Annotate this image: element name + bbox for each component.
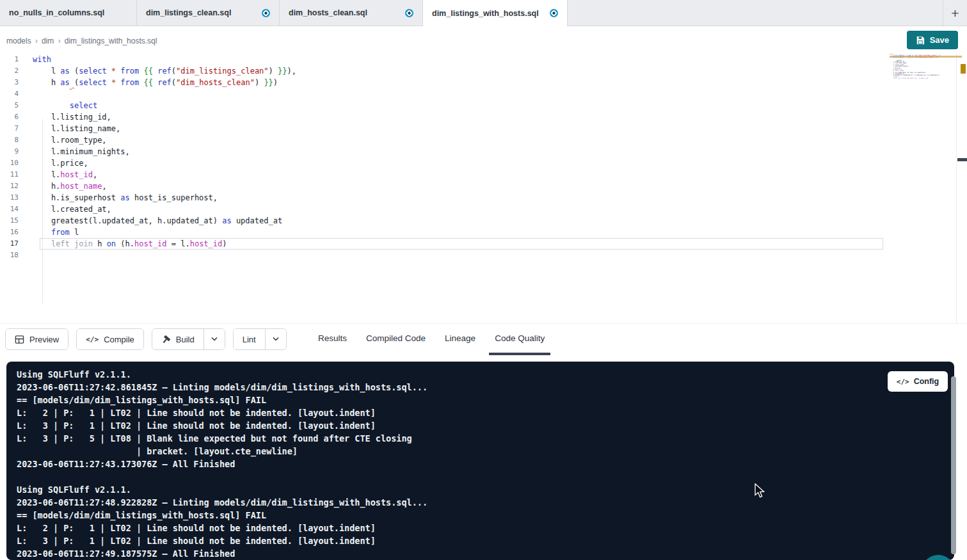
- code-line-10: 10 l.price,: [0, 157, 967, 169]
- line-number: 6: [0, 111, 19, 123]
- line-number: 2: [0, 65, 19, 77]
- file-tab-dim-hosts-clean-sql[interactable]: dim_hosts_clean.sql: [280, 0, 423, 26]
- unsaved-indicator-icon: [405, 9, 413, 17]
- code-line-7: 7 l.listing_name,: [0, 123, 967, 134]
- breadcrumb: models›dim›dim_listings_with_hosts.sql: [6, 36, 157, 45]
- code-line-12: 12 h.host_name,: [0, 180, 967, 192]
- code-line-14: 14 l.created_at,: [0, 204, 967, 215]
- tab-strip: no_nulls_in_columns.sqldim_listings_clea…: [0, 0, 568, 26]
- compile-button-label: Compile: [104, 335, 134, 344]
- code-line-6: 6 l.listing_id,: [0, 111, 967, 123]
- code-line-2: 2 l as (select * from {{ ref("dim_listin…: [0, 65, 967, 77]
- breadcrumb-separator: ›: [35, 36, 38, 45]
- terminal-output: Using SQLFluff v2.1.1.2023-06-06T11:27:4…: [17, 368, 954, 560]
- panel-tab-results[interactable]: Results: [318, 333, 347, 343]
- panel-tab-lineage[interactable]: Lineage: [445, 333, 476, 343]
- code-icon: </>: [86, 335, 99, 344]
- terminal-line: Using SQLFluff v2.1.1.: [17, 368, 954, 381]
- breadcrumb-item-dim-listings-with-hosts-sql[interactable]: dim_listings_with_hosts.sql: [65, 36, 157, 45]
- terminal-line: L: 2 | P: 1 | LT02 | Line should not be …: [17, 522, 954, 534]
- terminal-line: == [models/dim/dim_listings_with_hosts.s…: [17, 509, 954, 522]
- hammer-icon: [161, 335, 171, 344]
- terminal-line: L: 3 | P: 1 | LT02 | Line should not be …: [17, 534, 954, 547]
- build-button[interactable]: Build: [152, 329, 204, 349]
- minimap[interactable]: with l as (select * from {{ ref("dim_lis…: [890, 54, 941, 82]
- breadcrumb-item-dim[interactable]: dim: [42, 36, 54, 45]
- terminal-line: [17, 470, 954, 483]
- terminal-line: L: 3 | P: 5 | LT08 | Blank line expected…: [17, 432, 954, 445]
- line-number: 8: [0, 134, 19, 146]
- code-line-13: 13 h.is_superhost as host_is_superhost,: [0, 192, 967, 204]
- indent-guide: [42, 119, 43, 303]
- line-number: 11: [0, 169, 19, 180]
- preview-button[interactable]: Preview: [6, 329, 68, 349]
- file-tab-bar: no_nulls_in_columns.sqldim_listings_clea…: [0, 0, 967, 26]
- file-tab-dim-listings-clean-sql[interactable]: dim_listings_clean.sql: [137, 0, 280, 26]
- compile-button-group: </>Compile: [76, 328, 144, 350]
- code-line-17: 17 left join h on (h.host_id = l.host_id…: [0, 238, 967, 250]
- breadcrumb-bar: models›dim›dim_listings_with_hosts.sql S…: [0, 26, 967, 54]
- tab-label: no_nulls_in_columns.sql: [9, 8, 104, 17]
- file-tab-no-nulls-in-columns-sql[interactable]: no_nulls_in_columns.sql: [0, 0, 137, 26]
- build-button-label: Build: [176, 335, 195, 344]
- line-number: 17: [0, 238, 19, 250]
- panel-tabs: ResultsCompiled CodeLineageCode Quality: [318, 324, 545, 352]
- code-line-15: 15 greatest(l.updated_at, h.updated_at) …: [0, 215, 967, 227]
- code-line-4: 4: [0, 88, 967, 100]
- code-line-11: 11 l.host_id,: [0, 169, 967, 180]
- tab-label: dim_listings_clean.sql: [146, 8, 231, 17]
- file-tab-dim-listings-with-hosts-sql[interactable]: dim_listings_with_hosts.sql: [423, 0, 568, 26]
- line-number: 7: [0, 123, 19, 134]
- build-button-group: Build: [152, 328, 225, 350]
- code-editor[interactable]: 1with2 l as (select * from {{ ref("dim_l…: [0, 54, 967, 323]
- tab-label: dim_hosts_clean.sql: [289, 8, 367, 17]
- terminal-line: 2023-06-06T11:27:48.922828Z — Linting mo…: [17, 496, 954, 509]
- line-number: 9: [0, 146, 19, 157]
- breadcrumb-item-models[interactable]: models: [6, 36, 31, 45]
- code-line-8: 8 l.room_type,: [0, 134, 967, 146]
- line-number: 1: [0, 54, 19, 65]
- lint-button-label: Lint: [243, 335, 256, 344]
- ruler-warning-marker: [961, 64, 966, 74]
- panel-tab-compiled-code[interactable]: Compiled Code: [366, 333, 426, 343]
- line-number: 16: [0, 227, 19, 238]
- line-number: 5: [0, 100, 19, 111]
- code-line-9: 9 l.minimum_nights,: [0, 146, 967, 157]
- grid-icon: [15, 335, 24, 344]
- terminal-line: Using SQLFluff v2.1.1.: [17, 483, 954, 496]
- lint-button-group: Lint: [233, 328, 287, 350]
- lint-button[interactable]: Lint: [234, 329, 265, 349]
- unsaved-indicator-icon: [262, 9, 270, 17]
- save-button-label: Save: [930, 35, 949, 45]
- editor-scrollbar-thumb[interactable]: [957, 158, 967, 161]
- terminal-line: 2023-06-06T11:27:49.187575Z — All Finish…: [17, 547, 954, 560]
- overview-ruler: [956, 54, 957, 323]
- terminal-line: 2023-06-06T11:27:43.173076Z — All Finish…: [17, 458, 954, 470]
- save-button[interactable]: Save: [907, 31, 958, 49]
- chevron-down-icon: [272, 335, 280, 343]
- code-line-5: 5 select: [0, 100, 967, 111]
- new-tab-button[interactable]: +: [943, 0, 967, 26]
- lint-dropdown-button[interactable]: [265, 329, 286, 349]
- terminal-panel: Using SQLFluff v2.1.1.2023-06-06T11:27:4…: [6, 362, 954, 560]
- code-line-18: 18: [0, 250, 967, 261]
- compile-button[interactable]: </>Compile: [77, 329, 143, 349]
- line-number: 14: [0, 204, 19, 215]
- config-button-label: Config: [914, 377, 939, 386]
- line-number: 13: [0, 192, 19, 204]
- breadcrumb-separator: ›: [58, 36, 60, 45]
- config-button[interactable]: </> Config: [888, 371, 948, 392]
- unsaved-indicator-icon: [550, 9, 558, 17]
- terminal-scrollbar[interactable]: [951, 376, 956, 554]
- line-number: 4: [0, 88, 19, 100]
- line-number: 15: [0, 215, 19, 227]
- build-dropdown-button[interactable]: [204, 329, 225, 349]
- preview-button-label: Preview: [29, 335, 59, 344]
- editor-lines: 1with2 l as (select * from {{ ref("dim_l…: [0, 54, 967, 261]
- terminal-line: 2023-06-06T11:27:42.861845Z — Linting mo…: [17, 381, 954, 394]
- panel-tab-code-quality[interactable]: Code Quality: [495, 333, 545, 343]
- terminal-line: | bracket. [layout.cte_newline]: [17, 445, 954, 458]
- code-line-1: 1with: [0, 54, 967, 65]
- terminal-line: L: 3 | P: 1 | LT02 | Line should not be …: [17, 419, 954, 432]
- code-line-16: 16 from l: [0, 227, 967, 238]
